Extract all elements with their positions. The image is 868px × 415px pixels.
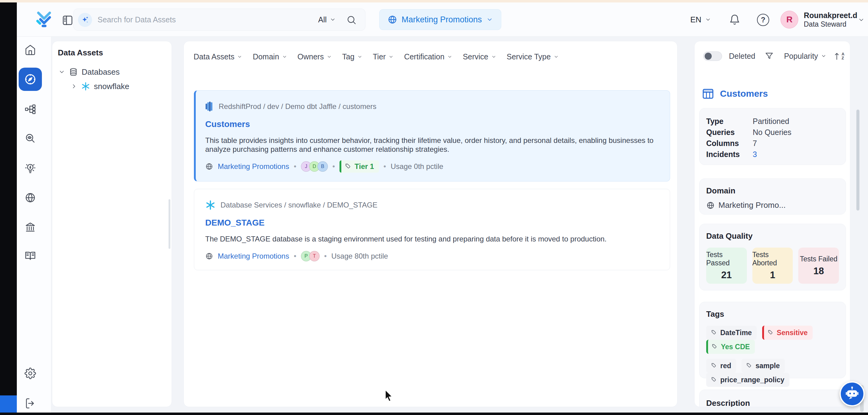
domain-section: Domain Marketing Promo... bbox=[699, 178, 846, 214]
sidebar-item-domains-globe-icon[interactable] bbox=[24, 191, 36, 204]
user-menu-chevron-icon[interactable] bbox=[858, 17, 865, 23]
avatar: B bbox=[317, 161, 328, 172]
globe-icon bbox=[205, 162, 213, 171]
deleted-toggle[interactable] bbox=[703, 52, 722, 61]
tag-chip[interactable]: DateTime bbox=[706, 326, 757, 340]
snowflake-icon bbox=[205, 200, 216, 210]
filter-funnel-icon[interactable] bbox=[764, 51, 774, 61]
tag-chip[interactable]: Yes CDE bbox=[706, 340, 755, 354]
tree-node-snowflake[interactable]: snowflake bbox=[71, 80, 129, 92]
asset-title-link[interactable]: Customers bbox=[205, 119, 659, 129]
asset-title-link[interactable]: DEMO_STAGE bbox=[205, 218, 659, 228]
sidebar-item-home-icon[interactable] bbox=[24, 44, 36, 56]
global-search[interactable]: All bbox=[73, 8, 366, 31]
chevron-down-icon bbox=[491, 54, 496, 59]
card-domain-link[interactable]: Marketing Promotions bbox=[218, 162, 289, 171]
chevron-down-icon bbox=[237, 54, 242, 59]
sort-field-dropdown[interactable]: Popularity bbox=[784, 52, 826, 61]
domain-value[interactable]: Marketing Promo... bbox=[718, 201, 786, 210]
sidebar-collapse-icon[interactable] bbox=[61, 14, 74, 26]
filter-tag[interactable]: Tag bbox=[342, 52, 363, 61]
help-icon[interactable]: ? bbox=[757, 14, 769, 26]
tag-chip[interactable]: sample bbox=[741, 359, 784, 373]
domain-selector[interactable]: Marketing Promotions bbox=[379, 9, 501, 30]
caret-down-icon bbox=[58, 68, 65, 75]
chevron-down-icon bbox=[821, 53, 827, 59]
domain-heading: Domain bbox=[706, 186, 839, 196]
ai-sparkle-icon[interactable] bbox=[78, 13, 92, 27]
search-scope-label: All bbox=[318, 15, 327, 24]
sidebar-item-govern-bank-icon[interactable] bbox=[24, 221, 36, 233]
usage-percentile: Usage 80th pctile bbox=[331, 252, 388, 261]
sidebar-item-lineage-icon[interactable] bbox=[24, 103, 36, 115]
language-dropdown[interactable]: EN bbox=[690, 2, 711, 37]
openmetadata-logo[interactable] bbox=[34, 9, 54, 29]
caret-right-icon bbox=[71, 83, 78, 90]
tag-chip[interactable]: price_range_policy bbox=[706, 373, 789, 387]
stat-tests-passed: Tests Passed 21 bbox=[706, 247, 747, 284]
chevron-down-icon bbox=[705, 17, 711, 23]
filter-domain[interactable]: Domain bbox=[253, 52, 287, 61]
user-menu[interactable]: R Rounakpreet.d Data Steward bbox=[780, 11, 857, 28]
logout-icon[interactable] bbox=[24, 397, 36, 410]
chevron-down-icon bbox=[447, 54, 452, 59]
summary-info-box: Type Partitioned Queries No Queries Colu… bbox=[699, 108, 846, 165]
filter-tier[interactable]: Tier bbox=[373, 52, 394, 61]
tag-chip[interactable]: Sensitive bbox=[762, 326, 813, 340]
icon-sidebar bbox=[17, 37, 51, 413]
left-black-strip bbox=[0, 2, 17, 395]
card-domain-link[interactable]: Marketing Promotions bbox=[218, 252, 289, 261]
info-row-incidents: Incidents 3 bbox=[706, 149, 839, 160]
left-blue-square bbox=[0, 395, 17, 413]
search-scope-dropdown[interactable]: All bbox=[318, 9, 336, 30]
notifications-bell-icon[interactable] bbox=[729, 14, 740, 26]
user-name: Rounakpreet.d bbox=[804, 11, 857, 20]
filter-service-type[interactable]: Service Type bbox=[507, 52, 559, 61]
tree-node-databases[interactable]: Databases bbox=[58, 66, 120, 78]
mouse-cursor bbox=[384, 389, 395, 403]
robot-icon bbox=[844, 386, 860, 402]
tag-icon bbox=[345, 163, 352, 170]
details-scrollbar[interactable] bbox=[857, 110, 860, 211]
details-title-link[interactable]: Customers bbox=[720, 88, 768, 99]
chevron-down-icon bbox=[330, 17, 336, 23]
filter-data-assets[interactable]: Data Assets bbox=[194, 52, 242, 61]
stat-tests-aborted: Tests Aborted 1 bbox=[752, 247, 793, 284]
info-row-columns: Columns 7 bbox=[706, 138, 839, 149]
sidebar-item-insights-icon[interactable] bbox=[24, 162, 36, 174]
data-quality-section: Data Quality Tests Passed 21 Tests Abort… bbox=[699, 224, 846, 291]
data-quality-heading: Data Quality bbox=[706, 231, 839, 241]
settings-gear-icon[interactable] bbox=[24, 367, 36, 380]
asset-card-customers[interactable]: RedshiftProd / dev / Demo dbt Jaffle / c… bbox=[194, 90, 670, 181]
owner-avatars[interactable]: P T bbox=[301, 251, 320, 261]
sidebar-item-glossary-book-icon[interactable] bbox=[24, 250, 36, 262]
tree-node-label: Databases bbox=[82, 67, 120, 77]
deleted-toggle-label: Deleted bbox=[729, 52, 755, 61]
search-icon[interactable] bbox=[346, 15, 356, 25]
tag-icon bbox=[711, 363, 717, 369]
asset-description: This table provides insights into custom… bbox=[205, 136, 658, 154]
filter-owners[interactable]: Owners bbox=[298, 52, 332, 61]
asset-card-demo-stage[interactable]: Database Services / snowflake / DEMO_STA… bbox=[194, 189, 670, 270]
database-icon bbox=[69, 67, 78, 77]
tag-icon bbox=[711, 330, 717, 336]
tag-icon bbox=[711, 377, 717, 383]
filter-service[interactable]: Service bbox=[463, 52, 496, 61]
incidents-count-link[interactable]: 3 bbox=[753, 150, 757, 159]
tag-chip[interactable]: red bbox=[706, 359, 736, 373]
globe-icon bbox=[205, 252, 213, 260]
info-row-type: Type Partitioned bbox=[706, 116, 839, 127]
avatar[interactable]: R bbox=[780, 11, 798, 28]
chevron-down-icon bbox=[486, 16, 493, 23]
tree-scrollbar[interactable] bbox=[168, 199, 170, 249]
owner-avatars[interactable]: J D B bbox=[301, 161, 328, 172]
sidebar-item-observability-icon[interactable] bbox=[24, 132, 36, 145]
sidebar-item-explore-active[interactable] bbox=[19, 68, 42, 91]
search-input[interactable] bbox=[98, 9, 269, 30]
filter-certification[interactable]: Certification bbox=[404, 52, 452, 61]
data-assets-panel: Data Assets Databases snowflake bbox=[52, 41, 172, 407]
tier-badge[interactable]: Tier 1 bbox=[340, 160, 379, 173]
tags-section: Tags DateTime Sensitive Yes CDE red s bbox=[699, 302, 846, 378]
sort-direction-button[interactable]: AZ bbox=[833, 52, 844, 61]
chatbot-button[interactable] bbox=[840, 381, 865, 407]
